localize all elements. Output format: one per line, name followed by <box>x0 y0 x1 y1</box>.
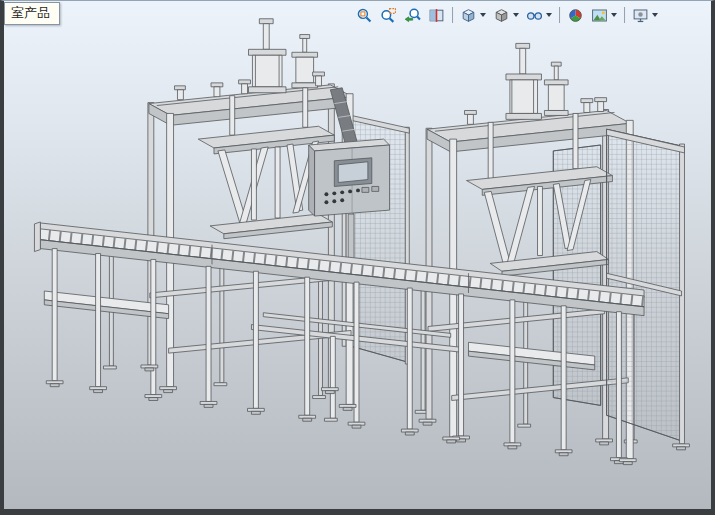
annotation-label: 室产品 <box>4 2 60 25</box>
hide-show-items-button[interactable] <box>523 4 555 26</box>
view-toolbar <box>353 4 661 26</box>
previous-view-button[interactable] <box>401 4 424 26</box>
previous-view-icon <box>404 7 421 24</box>
view-settings-button[interactable] <box>629 4 661 26</box>
view-settings-icon <box>632 7 649 24</box>
cad-window: 室产品 <box>0 0 715 515</box>
machine-model[interactable] <box>4 1 711 509</box>
zoom-to-fit-icon <box>356 7 373 24</box>
section-view-icon <box>428 7 445 24</box>
toolbar-separator <box>624 7 625 23</box>
zoom-to-area-icon <box>380 7 397 24</box>
zoom-to-fit-button[interactable] <box>353 4 376 26</box>
toolbar-separator <box>559 7 560 23</box>
display-style-icon <box>493 7 510 24</box>
edit-appearance-icon <box>567 7 584 24</box>
dropdown-arrow-icon <box>480 13 486 17</box>
hide-show-items-icon <box>526 7 543 24</box>
section-view-button[interactable] <box>425 4 448 26</box>
view-orientation-button[interactable] <box>457 4 489 26</box>
apply-scene-button[interactable] <box>588 4 620 26</box>
dropdown-arrow-icon <box>513 13 519 17</box>
left-cylinder[interactable] <box>249 19 286 93</box>
edit-appearance-button[interactable] <box>564 4 587 26</box>
dropdown-arrow-icon <box>652 13 658 17</box>
dropdown-arrow-icon <box>611 13 617 17</box>
display-style-button[interactable] <box>490 4 522 26</box>
right-press-station[interactable] <box>426 43 633 458</box>
dropdown-arrow-icon <box>546 13 552 17</box>
view-orientation-icon <box>460 7 477 24</box>
zoom-to-area-button[interactable] <box>377 4 400 26</box>
apply-scene-icon <box>591 7 608 24</box>
right-cylinder[interactable] <box>506 43 542 119</box>
toolbar-separator <box>452 7 453 23</box>
